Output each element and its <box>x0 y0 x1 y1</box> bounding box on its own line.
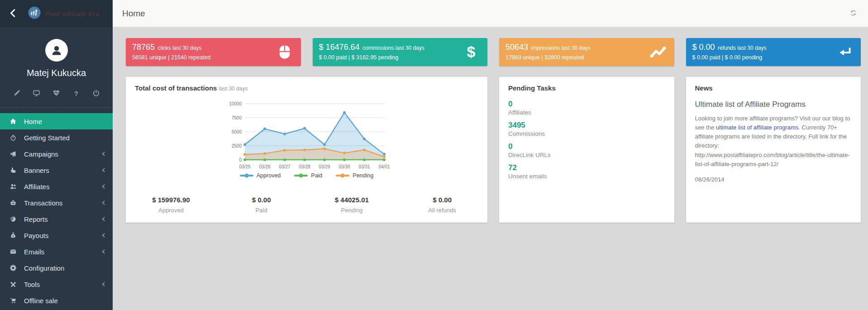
money-bag-icon: $ <box>9 232 17 238</box>
collapse-sidebar-button[interactable] <box>5 5 22 23</box>
sidebar-item-campaigns[interactable]: Campaigns <box>0 146 113 162</box>
legend-approved: Approved <box>240 172 281 179</box>
pending-tasks-title: Pending Tasks <box>508 84 665 92</box>
app-logo[interactable]: Post Affiliate Pro <box>28 6 100 21</box>
desktop-button[interactable] <box>32 89 42 98</box>
task-unsent-emails[interactable]: 72 Unsent emails <box>508 163 665 180</box>
chart-legend: Approved Paid Pending <box>135 172 478 179</box>
bullhorn-icon <box>9 151 17 157</box>
stat-card-refunds[interactable]: $ 0.00 refunds last 30 days $ 0.00 paid … <box>686 38 861 66</box>
main-area: Home 78765 clicks last 30 days 56581 uni… <box>113 0 868 310</box>
summary-all-refunds: $ 0.00 All refunds <box>397 196 487 214</box>
sidebar-item-configuration[interactable]: Configuration <box>0 260 113 276</box>
dashboard-screen: Post Affiliate Pro Matej Kukucka <box>0 0 868 310</box>
stat-card-commissions[interactable]: $ 16476.64 commissions last 30 days $ 0.… <box>313 38 488 66</box>
edit-profile-button[interactable] <box>12 89 22 98</box>
trend-line-icon <box>650 44 666 60</box>
chart-subtitle: last 30 days <box>219 86 248 92</box>
news-body: Looking to join more affiliate programs?… <box>695 114 852 169</box>
sidebar-item-payouts[interactable]: $ Payouts <box>0 227 113 243</box>
logo-text: Post Affiliate Pro <box>45 10 100 18</box>
avatar <box>45 39 68 62</box>
user-profile: Matej Kukucka <box>0 27 113 78</box>
sidebar-item-getting-started[interactable]: Getting Started <box>0 129 113 146</box>
svg-text:03/25: 03/25 <box>239 164 250 169</box>
legend-pending: Pending <box>336 172 373 179</box>
svg-text:7500: 7500 <box>231 115 242 120</box>
sidebar-menu: Home Getting Started Campaigns Banners A… <box>0 113 113 309</box>
svg-text:5000: 5000 <box>231 129 242 134</box>
health-button[interactable] <box>52 89 62 98</box>
stat-cards-row: 78765 clicks last 30 days 56581 unique |… <box>126 38 861 66</box>
chevron-left-icon <box>101 168 105 173</box>
svg-text:03/31: 03/31 <box>358 164 370 169</box>
news-date: 08/26/2014 <box>695 176 852 183</box>
impressions-label: impressions last 30 days <box>531 45 591 51</box>
task-commissions[interactable]: 3495 Commissions <box>508 120 665 137</box>
svg-text:$: $ <box>13 235 14 238</box>
pie-chart-icon <box>9 216 17 222</box>
gear-icon <box>9 265 17 271</box>
panels-row: Total cost of transactionslast 30 days 0… <box>126 77 861 223</box>
clicks-value: 78765 <box>132 43 155 52</box>
hand-pointer-icon <box>9 167 17 173</box>
affiliate-programs-link[interactable]: ultimate list of affiliate programs <box>716 124 799 131</box>
envelope-icon <box>9 248 17 255</box>
transactions-cost-panel: Total cost of transactionslast 30 days 0… <box>126 77 487 223</box>
chevron-left-icon <box>101 282 105 287</box>
help-button[interactable]: ? <box>71 89 81 98</box>
task-direclink-urls[interactable]: 0 DirecLink URLs <box>508 142 665 158</box>
sidebar-item-affiliates[interactable]: Affiliates <box>0 178 113 195</box>
sidebar-divider <box>0 107 113 108</box>
sidebar-item-banners[interactable]: Banners <box>0 162 113 178</box>
chevron-left-icon <box>101 233 105 238</box>
chevron-left-icon <box>101 152 105 157</box>
summary-pending: $ 44025.01 Pending <box>307 196 397 214</box>
question-icon: ? <box>74 90 78 97</box>
sidebar-item-emails[interactable]: Emails <box>0 243 113 260</box>
logout-button[interactable] <box>91 89 101 98</box>
user-name: Matej Kukucka <box>0 68 113 78</box>
summary-paid: $ 0.00 Paid <box>216 196 307 214</box>
pending-tasks-panel: Pending Tasks 0 Affiliates 3495 Commissi… <box>499 77 674 223</box>
chevron-left-icon <box>101 217 105 222</box>
sidebar-item-home[interactable]: Home <box>0 113 113 129</box>
chart-title: Total cost of transactionslast 30 days <box>135 84 478 92</box>
svg-text:$: $ <box>467 44 476 60</box>
stat-card-impressions[interactable]: 50643 impressions last 30 days 17843 uni… <box>499 38 674 66</box>
sidebar-item-offline-sale[interactable]: Offline sale <box>0 292 113 309</box>
impressions-sub: 17843 unique | 32800 repeated <box>506 54 668 61</box>
refunds-sub: $ 0.00 paid | $ 0.00 pending <box>692 54 855 61</box>
commissions-sub: $ 0.00 paid | $ 3182.95 pending <box>319 54 482 61</box>
task-affiliates[interactable]: 0 Affiliates <box>508 99 665 116</box>
sidebar-item-reports[interactable]: Reports <box>0 211 113 227</box>
sidebar-item-tools[interactable]: Tools <box>0 276 113 292</box>
news-title: News <box>695 84 852 92</box>
stat-card-clicks[interactable]: 78765 clicks last 30 days 56581 unique |… <box>126 38 301 66</box>
return-arrow-icon <box>837 45 853 59</box>
chevron-left-icon <box>8 8 18 19</box>
page-title: Home <box>122 9 145 19</box>
cart-icon <box>9 297 17 304</box>
heartbeat-icon <box>53 90 60 98</box>
refresh-icon <box>849 9 857 18</box>
logo-icon <box>28 6 41 21</box>
monitor-icon <box>33 90 40 98</box>
news-article-title: Ultimate list of Affiliate Programs <box>695 100 852 109</box>
sidebar-item-transactions[interactable]: Transactions <box>0 195 113 211</box>
svg-text:0: 0 <box>239 157 242 162</box>
topbar: Home <box>113 0 868 27</box>
pencil-icon <box>14 90 20 98</box>
svg-text:04/01: 04/01 <box>378 164 390 169</box>
refunds-value: $ 0.00 <box>692 43 715 52</box>
commissions-value: $ 16476.64 <box>319 43 360 52</box>
sidebar: Post Affiliate Pro Matej Kukucka <box>0 0 113 310</box>
basket-icon <box>9 200 17 206</box>
svg-text:03/28: 03/28 <box>299 164 310 169</box>
stopwatch-icon <box>9 134 17 141</box>
refresh-button[interactable] <box>849 9 857 18</box>
chevron-left-icon <box>101 184 105 189</box>
svg-text:03/26: 03/26 <box>259 164 270 169</box>
tools-icon <box>9 281 17 287</box>
transactions-chart: 02500500075001000003/2503/2603/2703/2803… <box>135 99 478 172</box>
